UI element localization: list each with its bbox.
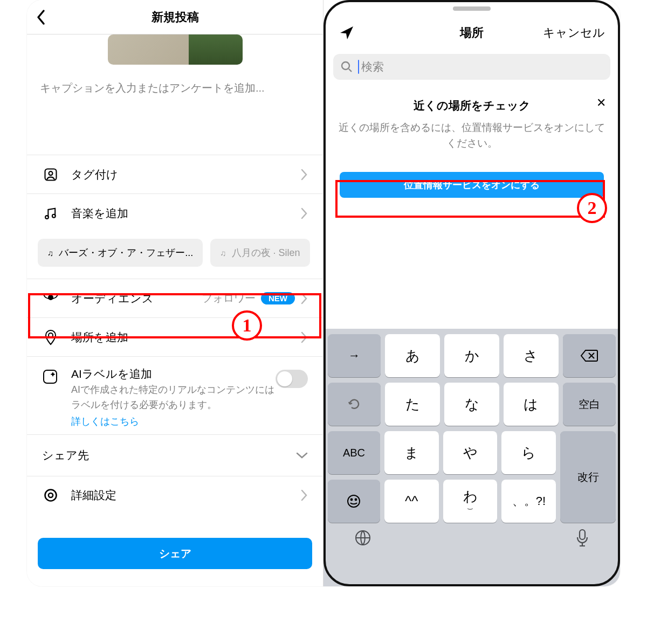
svg-point-7 [45,490,57,501]
note-icon: ♫ [220,248,226,258]
key-space[interactable]: 空白 [563,383,616,426]
page-title: 新規投稿 [152,9,199,25]
ai-label-link[interactable]: 詳しくはこちら [71,415,276,428]
svg-rect-14 [580,530,585,539]
svg-point-10 [348,495,360,507]
tag-people-row[interactable]: タグ付け [27,155,323,193]
key-ha[interactable]: は [504,383,559,426]
add-music-row[interactable]: 音楽を追加 [27,193,323,232]
key-punct[interactable]: 、。?! [501,480,556,523]
svg-point-5 [49,333,53,337]
ai-sparkle-icon [42,369,59,385]
info-title: 近くの場所をチェック [339,98,605,113]
note-icon: ♫ [47,248,53,258]
chevron-right-icon [300,169,308,181]
svg-point-9 [342,62,349,70]
tag-label: タグ付け [71,167,300,182]
search-input[interactable]: 検索 [333,54,610,80]
back-icon[interactable] [36,9,46,25]
add-location-row[interactable]: 場所を追加 [27,317,323,356]
advanced-settings-row[interactable]: 詳細設定 [27,476,323,515]
post-thumbnail[interactable] [108,34,243,65]
key-sa[interactable]: さ [504,334,559,377]
location-search-screen: 場所 キャンセル 検索 ✕ 近くの場所をチェック 近くの場所を含めるには、位置情… [324,0,620,586]
key-delete[interactable] [563,334,616,377]
key-ya[interactable]: や [443,431,498,474]
chevron-right-icon [300,331,308,343]
key-return[interactable]: 改行 [560,431,616,523]
advanced-label: 詳細設定 [71,488,300,503]
music-chip[interactable]: ♫ 八月の夜 · Silen [210,239,309,267]
close-icon[interactable]: ✕ [596,96,606,110]
page-title: 場所 [460,25,484,41]
share-to-row[interactable]: シェア先 [27,434,323,476]
svg-point-12 [355,499,357,501]
music-chip[interactable]: ♫ バーズ・オブ・ア・フェザー... [38,239,203,267]
ai-label-row: AIラベルを追加 AIで作成された特定のリアルなコンテンツにはラベルを付ける必要… [27,356,323,434]
audience-value: フォロワー [202,291,256,306]
mic-icon[interactable] [575,528,590,548]
chevron-right-icon [300,207,308,219]
svg-rect-0 [45,169,57,180]
key-ka[interactable]: か [444,334,499,377]
key-a[interactable]: あ [385,334,440,377]
audience-row[interactable]: オーディエンス フォロワー NEW [27,279,323,317]
music-chip-label: 八月の夜 · Silen [232,246,300,259]
svg-point-1 [49,171,53,175]
key-ta[interactable]: た [385,383,440,426]
chevron-right-icon [300,293,308,304]
caption-input[interactable]: キャプションを入力またはアンケートを追加... [27,65,323,155]
key-na[interactable]: な [444,383,499,426]
svg-point-8 [49,493,53,497]
svg-point-4 [49,295,53,300]
chevron-right-icon [300,489,308,501]
key-undo[interactable] [328,383,381,426]
info-desc: 近くの場所を含めるには、位置情報サービスをオンにしてください。 [339,120,605,151]
share-to-label: シェア先 [42,448,89,463]
cancel-button[interactable]: キャンセル [543,25,605,41]
music-icon [42,206,59,221]
enable-location-button[interactable]: 位置情報サービスをオンにする [340,172,604,198]
new-post-screen: 新規投稿 キャプションを入力またはアンケートを追加... タグ付け 音楽を追加 … [27,0,324,586]
location-pin-icon [42,329,59,345]
svg-rect-6 [44,370,57,383]
key-ma[interactable]: ま [384,431,439,474]
chevron-down-icon [296,452,308,459]
music-chip-label: バーズ・オブ・ア・フェザー... [59,246,193,259]
music-suggestions: ♫ バーズ・オブ・ア・フェザー... ♫ 八月の夜 · Silen [27,232,323,279]
person-tag-icon [42,167,59,182]
gear-icon [42,488,59,503]
key-ra[interactable]: ら [501,431,556,474]
header: 新規投稿 [27,0,323,34]
ai-label-desc: AIで作成された特定のリアルなコンテンツにはラベルを付ける必要があります。 [71,383,276,413]
globe-icon[interactable] [354,529,372,547]
key-next[interactable]: → [328,334,381,377]
key-emoji[interactable] [328,480,380,523]
music-label: 音楽を追加 [71,206,300,221]
key-caret[interactable]: ^^ [384,480,439,523]
new-badge: NEW [261,292,295,304]
audience-label: オーディエンス [71,291,202,306]
location-label: 場所を追加 [71,330,300,345]
text-cursor [358,60,359,74]
key-abc[interactable]: ABC [328,431,380,474]
ai-label-title: AIラベルを追加 [71,366,276,382]
nearby-places-info: ✕ 近くの場所をチェック 近くの場所を含めるには、位置情報サービスをオンにしてく… [324,80,620,151]
svg-point-2 [45,216,49,219]
share-button[interactable]: シェア [38,538,312,569]
search-icon [341,61,353,73]
search-placeholder: 検索 [361,59,384,74]
header: 場所 キャンセル [324,0,620,46]
ios-japanese-keyboard: → あ か さ た な は 空白 ABC ま や ら [324,329,620,586]
eye-icon [42,293,59,304]
ai-label-toggle[interactable] [276,370,308,388]
key-wa[interactable]: わ ⌣ [443,480,498,523]
svg-point-3 [52,214,56,217]
location-arrow-icon[interactable] [339,25,355,41]
svg-point-11 [351,499,353,501]
